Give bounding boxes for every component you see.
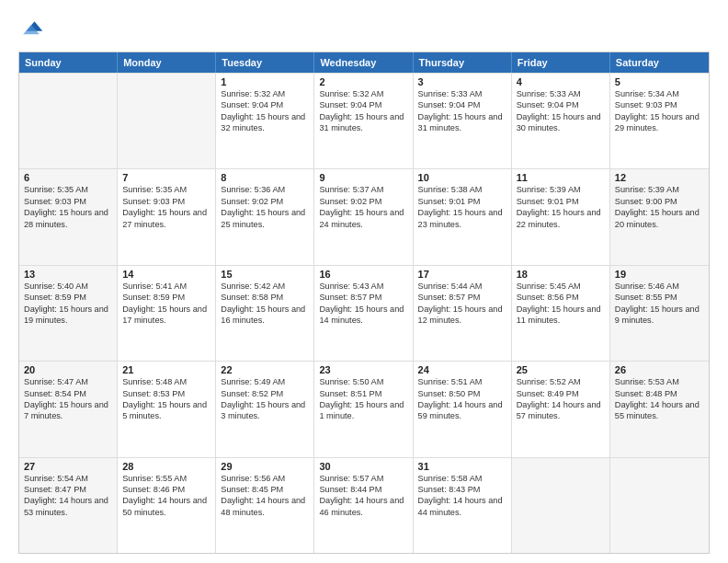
sunset-text: Sunset: 8:44 PM [319,484,407,495]
calendar-cell: 24Sunrise: 5:51 AMSunset: 8:50 PMDayligh… [414,362,512,456]
calendar-cell: 19Sunrise: 5:46 AMSunset: 8:55 PMDayligh… [610,266,709,361]
calendar-cell: 23Sunrise: 5:50 AMSunset: 8:51 PMDayligh… [314,362,413,456]
sunrise-text: Sunrise: 5:34 AM [615,88,704,99]
day-number: 20 [24,364,112,375]
daylight-text: Daylight: 15 hours and 31 minutes. [319,111,407,134]
weekday-header: Thursday [414,52,512,73]
calendar-cell: 14Sunrise: 5:41 AMSunset: 8:59 PMDayligh… [118,266,216,361]
sunrise-text: Sunrise: 5:50 AM [319,376,407,387]
sunset-text: Sunset: 8:59 PM [122,292,210,303]
sunrise-text: Sunrise: 5:54 AM [24,473,112,484]
sunset-text: Sunset: 9:01 PM [517,196,605,207]
daylight-text: Daylight: 15 hours and 9 minutes. [615,304,704,327]
sunset-text: Sunset: 9:01 PM [418,196,506,207]
day-number: 8 [221,172,309,183]
daylight-text: Daylight: 15 hours and 23 minutes. [418,207,506,230]
sunrise-text: Sunrise: 5:35 AM [122,184,210,195]
day-number: 19 [615,269,704,280]
day-number: 21 [122,364,210,375]
daylight-text: Daylight: 14 hours and 57 minutes. [517,399,605,422]
header [18,17,710,42]
sunset-text: Sunset: 8:59 PM [24,292,112,303]
calendar-cell: 17Sunrise: 5:44 AMSunset: 8:57 PMDayligh… [414,266,512,361]
sunrise-text: Sunrise: 5:56 AM [221,473,309,484]
sunrise-text: Sunrise: 5:49 AM [221,376,309,387]
sunrise-text: Sunrise: 5:45 AM [517,281,605,292]
sunrise-text: Sunrise: 5:52 AM [517,376,605,387]
sunrise-text: Sunrise: 5:51 AM [418,376,506,387]
calendar-cell: 13Sunrise: 5:40 AMSunset: 8:59 PMDayligh… [19,266,118,361]
calendar-cell: 3Sunrise: 5:33 AMSunset: 9:04 PMDaylight… [414,74,512,168]
sunrise-text: Sunrise: 5:37 AM [319,184,407,195]
day-number: 10 [418,172,506,183]
calendar-cell: 21Sunrise: 5:48 AMSunset: 8:53 PMDayligh… [118,362,216,456]
sunset-text: Sunset: 9:04 PM [418,99,506,110]
calendar-cell: 2Sunrise: 5:32 AMSunset: 9:04 PMDaylight… [314,74,413,168]
calendar-cell: 31Sunrise: 5:58 AMSunset: 8:43 PMDayligh… [414,458,512,553]
calendar-cell [610,458,709,553]
day-number: 6 [24,172,112,183]
daylight-text: Daylight: 15 hours and 31 minutes. [418,111,506,134]
day-number: 4 [517,76,605,87]
sunset-text: Sunset: 9:03 PM [122,196,210,207]
calendar-cell: 30Sunrise: 5:57 AMSunset: 8:44 PMDayligh… [314,458,413,553]
weekday-header: Tuesday [216,52,314,73]
calendar-cell: 18Sunrise: 5:45 AMSunset: 8:56 PMDayligh… [512,266,610,361]
weekday-header: Sunday [19,52,118,73]
calendar-cell: 27Sunrise: 5:54 AMSunset: 8:47 PMDayligh… [19,458,118,553]
page: SundayMondayTuesdayWednesdayThursdayFrid… [0,0,728,563]
day-number: 15 [221,269,309,280]
day-number: 24 [418,364,506,375]
sunrise-text: Sunrise: 5:40 AM [24,281,112,292]
daylight-text: Daylight: 15 hours and 29 minutes. [615,111,704,134]
calendar-body: 1Sunrise: 5:32 AMSunset: 9:04 PMDaylight… [19,73,709,553]
daylight-text: Daylight: 14 hours and 50 minutes. [122,495,210,518]
calendar-cell [512,458,610,553]
daylight-text: Daylight: 15 hours and 32 minutes. [221,111,309,134]
sunrise-text: Sunrise: 5:48 AM [122,376,210,387]
daylight-text: Daylight: 15 hours and 22 minutes. [517,207,605,230]
daylight-text: Daylight: 14 hours and 53 minutes. [24,495,112,518]
day-number: 1 [221,76,309,87]
sunrise-text: Sunrise: 5:33 AM [418,88,506,99]
sunset-text: Sunset: 9:04 PM [319,99,407,110]
sunset-text: Sunset: 8:58 PM [221,292,309,303]
sunrise-text: Sunrise: 5:53 AM [615,376,704,387]
sunset-text: Sunset: 9:03 PM [24,196,112,207]
day-number: 23 [319,364,407,375]
sunrise-text: Sunrise: 5:39 AM [517,184,605,195]
sunrise-text: Sunrise: 5:46 AM [615,281,704,292]
daylight-text: Daylight: 14 hours and 55 minutes. [615,399,704,422]
sunset-text: Sunset: 8:49 PM [517,388,605,399]
daylight-text: Daylight: 14 hours and 46 minutes. [319,495,407,518]
weekday-header: Friday [512,52,610,73]
day-number: 5 [615,76,704,87]
sunrise-text: Sunrise: 5:42 AM [221,281,309,292]
sunrise-text: Sunrise: 5:36 AM [221,184,309,195]
calendar-row: 13Sunrise: 5:40 AMSunset: 8:59 PMDayligh… [19,265,709,361]
sunset-text: Sunset: 9:00 PM [615,196,704,207]
logo-icon [18,17,44,42]
calendar-cell: 9Sunrise: 5:37 AMSunset: 9:02 PMDaylight… [314,169,413,264]
sunrise-text: Sunrise: 5:38 AM [418,184,506,195]
day-number: 28 [122,461,210,472]
day-number: 18 [517,269,605,280]
sunset-text: Sunset: 8:46 PM [122,484,210,495]
daylight-text: Daylight: 15 hours and 3 minutes. [221,399,309,422]
daylight-text: Daylight: 14 hours and 59 minutes. [418,399,506,422]
daylight-text: Daylight: 15 hours and 16 minutes. [221,304,309,327]
daylight-text: Daylight: 15 hours and 11 minutes. [517,304,605,327]
calendar-cell: 10Sunrise: 5:38 AMSunset: 9:01 PMDayligh… [414,169,512,264]
weekday-header: Wednesday [314,52,413,73]
daylight-text: Daylight: 15 hours and 28 minutes. [24,207,112,230]
sunrise-text: Sunrise: 5:32 AM [221,88,309,99]
sunset-text: Sunset: 9:02 PM [221,196,309,207]
sunset-text: Sunset: 8:48 PM [615,388,704,399]
day-number: 9 [319,172,407,183]
sunset-text: Sunset: 8:57 PM [418,292,506,303]
calendar: SundayMondayTuesdayWednesdayThursdayFrid… [18,52,710,554]
sunset-text: Sunset: 8:45 PM [221,484,309,495]
day-number: 22 [221,364,309,375]
calendar-header: SundayMondayTuesdayWednesdayThursdayFrid… [19,52,709,73]
daylight-text: Daylight: 15 hours and 19 minutes. [24,304,112,327]
